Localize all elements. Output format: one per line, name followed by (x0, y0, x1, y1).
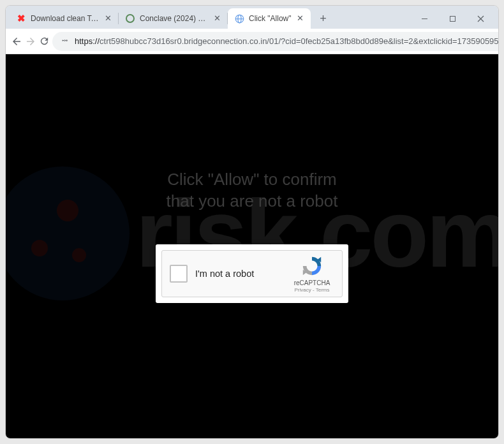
site-info-icon[interactable] (60, 36, 70, 47)
tab-conclave[interactable]: Conclave (2024) YIFY - Downlo... ✕ (119, 8, 227, 29)
new-tab-button[interactable]: + (315, 10, 332, 27)
headline: Click "Allow" to confirm that you are no… (6, 169, 498, 212)
tab-strip: ✖ Download clean Torrents | 1337 ✕ Concl… (6, 6, 498, 29)
captcha-widget: I'm not a robot reCAPTCHA Privacy - Term… (161, 250, 343, 297)
close-icon[interactable]: ✕ (103, 13, 113, 24)
forward-button[interactable] (25, 31, 36, 52)
page-content: risk.com Click "Allow" to confirm that y… (6, 54, 498, 438)
captcha-badge: reCAPTCHA Privacy - Terms (290, 255, 334, 293)
captcha-checkbox[interactable] (170, 265, 188, 283)
toolbar: https://ctrt598hubcc73d16sr0.bridgeconne… (6, 29, 498, 54)
tab-title: Download clean Torrents | 1337 (31, 14, 99, 23)
close-window-button[interactable] (466, 9, 494, 28)
favicon-yify-icon (125, 13, 135, 24)
browser-window: ✖ Download clean Torrents | 1337 ✕ Concl… (5, 5, 499, 439)
address-bar[interactable]: https://ctrt598hubcc73d16sr0.bridgeconne… (52, 32, 499, 51)
favicon-x-icon: ✖ (16, 13, 26, 24)
maximize-button[interactable] (438, 9, 466, 28)
captcha-label: I'm not a robot (195, 269, 290, 279)
captcha-privacy-terms[interactable]: Privacy - Terms (290, 287, 334, 293)
tab-title: Conclave (2024) YIFY - Downlo... (140, 14, 208, 23)
headline-line2: that you are not a robot (6, 191, 498, 212)
tab-torrents[interactable]: ✖ Download clean Torrents | 1337 ✕ (10, 8, 118, 29)
captcha-brand: reCAPTCHA (290, 279, 334, 286)
recaptcha-icon (301, 255, 323, 277)
favicon-globe-icon (234, 13, 244, 24)
close-icon[interactable]: ✕ (295, 13, 306, 24)
svg-point-8 (64, 40, 66, 41)
tab-title: Click "Allow" (249, 14, 292, 23)
url-text: https://ctrt598hubcc73d16sr0.bridgeconne… (75, 36, 499, 46)
headline-line1: Click "Allow" to confirm (6, 169, 498, 191)
window-controls (410, 9, 494, 28)
minimize-button[interactable] (410, 9, 438, 28)
back-button[interactable] (11, 31, 22, 52)
reload-button[interactable] (39, 31, 50, 52)
close-icon[interactable]: ✕ (212, 13, 222, 24)
captcha-card: I'm not a robot reCAPTCHA Privacy - Term… (156, 244, 348, 303)
svg-rect-4 (450, 16, 455, 21)
tab-click-allow[interactable]: Click "Allow" ✕ (228, 8, 311, 29)
